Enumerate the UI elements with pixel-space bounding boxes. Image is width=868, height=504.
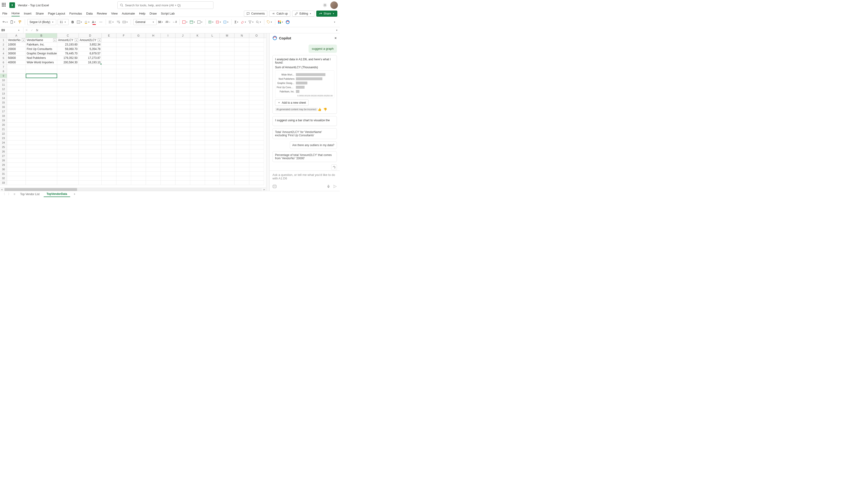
cell[interactable]	[205, 181, 220, 185]
number-format-select[interactable]: General▾	[133, 19, 157, 25]
cell[interactable]	[146, 74, 161, 78]
cell[interactable]	[131, 123, 146, 127]
filter-arrow-icon[interactable]: ▾	[98, 39, 101, 42]
cell[interactable]	[249, 91, 264, 96]
cell[interactable]	[220, 149, 235, 154]
cell[interactable]	[190, 91, 205, 96]
cell[interactable]	[57, 118, 79, 123]
cell[interactable]	[235, 78, 249, 82]
cell[interactable]: VendorName▾	[26, 38, 57, 42]
cell[interactable]	[7, 114, 26, 118]
cell[interactable]	[146, 100, 161, 105]
cell[interactable]	[102, 163, 116, 167]
cell[interactable]	[175, 141, 190, 145]
cell[interactable]	[102, 132, 116, 136]
tab-file[interactable]: File	[2, 11, 7, 16]
cell[interactable]	[220, 42, 235, 47]
cell[interactable]	[249, 176, 264, 181]
cell[interactable]	[102, 82, 116, 87]
cell[interactable]	[7, 176, 26, 181]
cell[interactable]	[131, 172, 146, 176]
cell[interactable]	[220, 56, 235, 60]
cell[interactable]	[190, 145, 205, 149]
add-to-sheet-button[interactable]: ＋ Add to a new sheet	[275, 99, 309, 106]
cell[interactable]	[220, 172, 235, 176]
cell[interactable]: 200,584.30	[57, 60, 79, 65]
cell[interactable]	[235, 65, 249, 69]
app-launcher-icon[interactable]	[2, 3, 7, 8]
cell[interactable]	[79, 69, 102, 74]
cell[interactable]	[116, 123, 131, 127]
cell[interactable]	[57, 149, 79, 154]
cell[interactable]	[102, 149, 116, 154]
search-input[interactable]	[125, 3, 211, 7]
cell[interactable]	[57, 114, 79, 118]
format-cells-button[interactable]: ▾	[223, 19, 229, 25]
cell[interactable]	[235, 154, 249, 158]
cell[interactable]	[102, 69, 116, 74]
cell[interactable]	[131, 47, 146, 51]
tab-home[interactable]: Home	[11, 11, 20, 17]
tab-formulas[interactable]: Formulas	[69, 11, 82, 16]
cell[interactable]	[7, 145, 26, 149]
row-header[interactable]: 33	[0, 181, 7, 185]
cell[interactable]	[146, 47, 161, 51]
cell[interactable]	[235, 127, 249, 132]
cell[interactable]	[131, 181, 146, 185]
cell[interactable]	[26, 154, 57, 158]
row-header[interactable]: 24	[0, 141, 7, 145]
cell[interactable]	[57, 176, 79, 181]
cell[interactable]	[205, 105, 220, 109]
cell[interactable]: Graphic Design Institute	[26, 51, 57, 56]
cell[interactable]	[79, 154, 102, 158]
row-header[interactable]: 31	[0, 172, 7, 176]
cell[interactable]	[190, 69, 205, 74]
cell[interactable]	[161, 60, 175, 65]
cell[interactable]	[57, 74, 79, 78]
cell[interactable]: VendorNo▾	[7, 38, 26, 42]
cell[interactable]	[26, 100, 57, 105]
cell[interactable]	[116, 181, 131, 185]
cell[interactable]	[205, 51, 220, 56]
row-header[interactable]: 18	[0, 114, 7, 118]
editing-mode-button[interactable]: Editing ▾	[292, 11, 314, 17]
cell[interactable]	[102, 172, 116, 176]
cell[interactable]	[116, 158, 131, 163]
cell[interactable]	[116, 100, 131, 105]
fill-color-button[interactable]: ▾	[84, 19, 90, 25]
row-header[interactable]: 28	[0, 158, 7, 163]
cell[interactable]	[26, 109, 57, 114]
cell[interactable]	[220, 96, 235, 100]
cell[interactable]	[7, 132, 26, 136]
row-header[interactable]: 29	[0, 163, 7, 167]
cell[interactable]	[26, 69, 57, 74]
cell[interactable]	[205, 123, 220, 127]
cell[interactable]	[146, 96, 161, 100]
cell[interactable]: 50000	[7, 56, 26, 60]
cell[interactable]	[146, 60, 161, 65]
paste-button[interactable]: ▾	[10, 19, 16, 25]
cell[interactable]	[249, 145, 264, 149]
cell[interactable]	[190, 100, 205, 105]
cell[interactable]	[7, 149, 26, 154]
cell[interactable]	[249, 181, 264, 185]
row-header[interactable]: 22	[0, 132, 7, 136]
col-header-E[interactable]: E	[102, 33, 116, 38]
cell[interactable]	[102, 38, 116, 42]
cell[interactable]	[235, 123, 249, 127]
tab-script-lab[interactable]: Script Lab	[161, 11, 175, 16]
cell[interactable]	[26, 74, 57, 78]
cell[interactable]	[161, 69, 175, 74]
cell[interactable]	[249, 56, 264, 60]
cell[interactable]	[161, 145, 175, 149]
cell[interactable]	[146, 42, 161, 47]
cell[interactable]	[102, 136, 116, 141]
font-name-select[interactable]: Segoe UI (Body)▾	[28, 19, 56, 25]
cell[interactable]	[205, 109, 220, 114]
cell[interactable]	[131, 91, 146, 96]
row-header[interactable]: 19	[0, 118, 7, 123]
cell[interactable]	[116, 172, 131, 176]
cell[interactable]	[205, 87, 220, 91]
cell[interactable]	[161, 82, 175, 87]
cell[interactable]	[79, 96, 102, 100]
